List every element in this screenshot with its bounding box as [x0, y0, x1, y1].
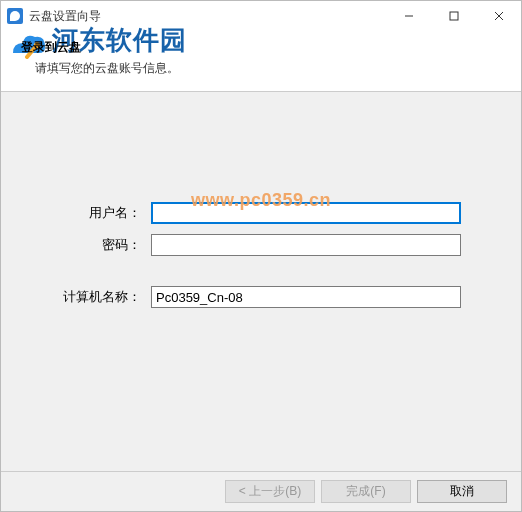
minimize-icon: [404, 11, 414, 21]
wizard-window: 云盘设置向导 河东软件园 登录到云盘 请填写您的云盘账号信息。 www.pc03…: [0, 0, 522, 512]
header-section: 登录到云盘 请填写您的云盘账号信息。: [1, 31, 521, 91]
password-row: 密码：: [1, 234, 521, 256]
content-area: www.pc0359.cn 用户名： 密码： 计算机名称：: [1, 92, 521, 482]
close-icon: [494, 11, 504, 21]
computer-row: 计算机名称：: [1, 286, 521, 308]
page-title: 登录到云盘: [21, 39, 501, 56]
maximize-icon: [449, 11, 459, 21]
computer-name-label: 计算机名称：: [41, 288, 151, 306]
maximize-button[interactable]: [431, 1, 476, 31]
watermark-url: www.pc0359.cn: [191, 190, 331, 211]
titlebar: 云盘设置向导: [1, 1, 521, 31]
cancel-button[interactable]: 取消: [417, 480, 507, 503]
window-controls: [386, 1, 521, 31]
back-button: < 上一步(B): [225, 480, 315, 503]
password-label: 密码：: [41, 236, 151, 254]
minimize-button[interactable]: [386, 1, 431, 31]
close-button[interactable]: [476, 1, 521, 31]
svg-rect-1: [450, 12, 458, 20]
page-subtitle: 请填写您的云盘账号信息。: [21, 60, 501, 77]
footer: < 上一步(B) 完成(F) 取消: [1, 471, 521, 511]
app-icon: [7, 8, 23, 24]
computer-name-input[interactable]: [151, 286, 461, 308]
window-title: 云盘设置向导: [29, 8, 101, 25]
password-input[interactable]: [151, 234, 461, 256]
finish-button: 完成(F): [321, 480, 411, 503]
username-label: 用户名：: [41, 204, 151, 222]
